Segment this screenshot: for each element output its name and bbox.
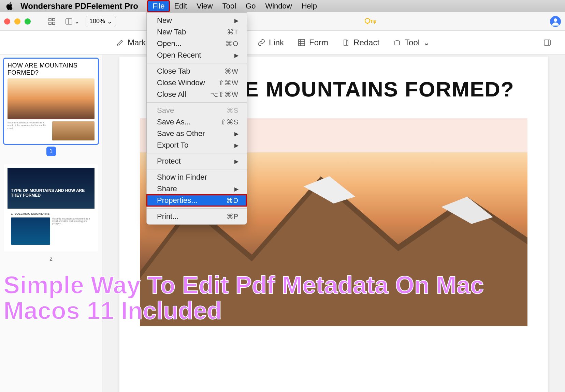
tool-dropdown[interactable]: Tool⌄: [393, 38, 430, 47]
menu-item-show-in-finder[interactable]: Show in Finder: [147, 171, 247, 183]
menu-file[interactable]: File: [148, 1, 169, 12]
menu-item-open[interactable]: Open...⌘O: [147, 38, 247, 49]
thumb-image: [52, 121, 95, 140]
menu-item-new[interactable]: New▶: [147, 15, 247, 26]
thumbnails-grid-button[interactable]: [45, 15, 59, 28]
menu-item-close-all[interactable]: Close All⌥⇧⌘W: [147, 89, 247, 100]
menu-separator: [147, 102, 247, 103]
thumb-image: [8, 78, 95, 119]
svg-point-8: [554, 18, 557, 22]
page-thumbnail[interactable]: HOW ARE MOUNTAINS FORMED? Mountains are …: [4, 59, 98, 144]
svg-point-6: [365, 18, 370, 23]
zoom-selector[interactable]: 100%⌄: [86, 16, 116, 27]
thumb-text: Mountains are usually formed as a result…: [8, 121, 50, 140]
page-number-badge[interactable]: 1: [46, 147, 56, 156]
menu-view[interactable]: View: [192, 1, 217, 12]
menubar: Wondershare PDFelement Pro File Edit Vie…: [0, 0, 565, 12]
thumb-header: TYPE OF MOUNTAINS AND HOW ARE THEY FORME…: [8, 168, 95, 209]
workspace: HOW ARE MOUNTAINS FORMED? Mountains are …: [0, 55, 565, 392]
tool-label: Tool: [405, 38, 420, 47]
menu-item-export-to[interactable]: Export To▶: [147, 139, 247, 151]
menu-item-share[interactable]: Share▶: [147, 183, 247, 195]
edit-toolbar: Markup Link Form Redact Tool⌄: [0, 31, 565, 55]
panel-toggle-button[interactable]: [543, 39, 551, 47]
link-tool[interactable]: Link: [257, 38, 284, 47]
overlay-caption: Simple Way To Edit Pdf Metadata On Mac M…: [3, 272, 562, 324]
minimize-window-icon[interactable]: [14, 18, 20, 25]
svg-text:Tips: Tips: [370, 19, 376, 24]
thumbnail-sidebar: HOW ARE MOUNTAINS FORMED? Mountains are …: [0, 55, 102, 392]
submenu-arrow-icon: ▶: [234, 52, 238, 59]
menu-item-save: Save⌘S: [147, 105, 247, 116]
thumb-subtitle: 1. VOLCANIC MOUNTAINS: [11, 212, 91, 215]
menu-go[interactable]: Go: [241, 1, 260, 12]
thumb-title: HOW ARE MOUNTAINS FORMED?: [8, 62, 95, 76]
menu-tool[interactable]: Tool: [218, 1, 241, 12]
form-tool[interactable]: Form: [298, 38, 328, 47]
submenu-arrow-icon: ▶: [234, 142, 238, 149]
submenu-arrow-icon: ▶: [234, 17, 238, 24]
chevron-down-icon: ⌄: [107, 18, 112, 25]
menu-item-open-recent[interactable]: Open Recent▶: [147, 49, 247, 61]
svg-rect-1: [53, 18, 55, 21]
menu-item-protect[interactable]: Protect▶: [147, 155, 247, 167]
svg-rect-13: [395, 41, 400, 45]
zoom-value: 100%: [89, 18, 105, 25]
svg-rect-9: [299, 40, 305, 46]
file-menu-dropdown: New▶ New Tab⌘T Open...⌘O Open Recent▶ Cl…: [146, 12, 247, 225]
menu-item-new-tab[interactable]: New Tab⌘T: [147, 26, 247, 38]
form-label: Form: [309, 38, 328, 47]
window-toolbar: ⌄ 100%⌄ Lifestyl Tips: [0, 12, 565, 31]
maximize-window-icon[interactable]: [25, 18, 31, 25]
redact-tool[interactable]: Redact: [342, 38, 379, 47]
tips-icon[interactable]: Tips: [364, 17, 376, 26]
menu-item-properties[interactable]: Properties...⌘D: [147, 195, 247, 206]
apple-logo-icon: [5, 2, 14, 11]
thumb-title: TYPE OF MOUNTAINS AND HOW ARE THEY FORME…: [11, 188, 85, 198]
menu-separator: [147, 208, 247, 209]
thumb-text: Volcanic mountains are formed as a resul…: [52, 217, 91, 245]
submenu-arrow-icon: ▶: [234, 158, 238, 165]
menu-item-save-as-other[interactable]: Save as Other▶: [147, 128, 247, 139]
page-thumbnail[interactable]: TYPE OF MOUNTAINS AND HOW ARE THEY FORME…: [4, 164, 98, 252]
menu-edit[interactable]: Edit: [169, 1, 192, 12]
thumb-image: [11, 217, 50, 245]
svg-rect-2: [49, 22, 51, 25]
menu-item-close-tab[interactable]: Close Tab⌘W: [147, 65, 247, 77]
submenu-arrow-icon: ▶: [234, 186, 238, 192]
close-window-icon[interactable]: [4, 18, 10, 25]
app-name: Wondershare PDFelement Pro: [20, 1, 138, 11]
svg-rect-3: [53, 22, 55, 25]
menu-item-save-as[interactable]: Save As...⇧⌘S: [147, 116, 247, 128]
svg-rect-0: [49, 18, 51, 21]
menu-separator: [147, 153, 247, 153]
sidebar-panel-button[interactable]: ⌄: [62, 15, 82, 28]
menu-window[interactable]: Window: [260, 1, 296, 12]
chevron-down-icon: ⌄: [74, 18, 79, 25]
menu-help[interactable]: Help: [297, 1, 322, 12]
link-label: Link: [269, 38, 284, 47]
svg-rect-14: [544, 40, 550, 45]
chevron-down-icon: ⌄: [423, 38, 430, 47]
svg-rect-4: [66, 19, 72, 24]
redact-label: Redact: [353, 38, 379, 47]
menu-item-close-window[interactable]: Close Window⇧⌘W: [147, 77, 247, 89]
submenu-arrow-icon: ▶: [234, 131, 238, 137]
user-avatar[interactable]: [550, 16, 561, 27]
menu-separator: [147, 63, 247, 63]
page-number-badge[interactable]: 2: [46, 254, 56, 264]
menu-item-print[interactable]: Print...⌘P: [147, 211, 247, 222]
menu-separator: [147, 169, 247, 169]
